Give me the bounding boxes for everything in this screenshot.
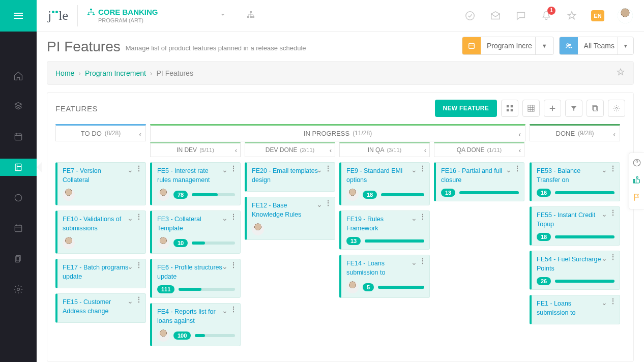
expand-icon[interactable]: ⌄: [316, 200, 323, 208]
team-select[interactable]: All Teams ▾: [559, 37, 634, 55]
card-title[interactable]: FE5 - Interest rate rules management: [157, 167, 223, 185]
settings-button[interactable]: [608, 100, 625, 117]
copy-button[interactable]: [587, 100, 604, 117]
card-menu-icon[interactable]: ⋮: [325, 200, 332, 208]
expand-icon[interactable]: ⌄: [411, 166, 417, 174]
card-title[interactable]: FE14 - Loans submission to: [346, 259, 413, 277]
expand-icon[interactable]: ⌄: [601, 210, 607, 218]
card-title[interactable]: FE7 - Version Collateral: [63, 167, 129, 185]
nav-calendar[interactable]: [0, 128, 37, 145]
inbox-icon[interactable]: [489, 10, 502, 22]
card-menu-icon[interactable]: ⋮: [419, 258, 426, 266]
increment-select[interactable]: Program Incre ▼: [462, 37, 554, 55]
expand-icon[interactable]: ⌄: [222, 166, 228, 174]
card-title[interactable]: FE53 - Balance Transfer on: [537, 167, 603, 185]
expand-icon[interactable]: ⌄: [601, 166, 607, 174]
card-title[interactable]: FE55 - Instant Credit Topup: [537, 211, 603, 229]
collapse-icon[interactable]: ‹: [613, 130, 616, 138]
collapse-icon[interactable]: ‹: [330, 146, 332, 154]
card-title[interactable]: FE16 - Partial and full closure: [441, 167, 507, 185]
card-title[interactable]: FE19 - Rules Framework: [346, 215, 413, 233]
program-dropdown-icon[interactable]: [219, 11, 226, 20]
expand-icon[interactable]: ⌄: [316, 166, 323, 174]
card-title[interactable]: FE3 - Collateral Template: [157, 215, 223, 233]
help-icon[interactable]: [632, 158, 641, 169]
expand-icon[interactable]: ⌄: [601, 254, 607, 262]
nav-progress[interactable]: [0, 189, 37, 206]
card-menu-icon[interactable]: ⋮: [135, 166, 142, 174]
feature-card[interactable]: ⌄⋮FE9 - Standard EMI options18: [339, 162, 430, 205]
add-button[interactable]: [544, 100, 561, 117]
card-title[interactable]: FE20 - Email templates design: [252, 167, 318, 185]
new-feature-button[interactable]: NEW FEATURE: [435, 100, 497, 117]
feature-card[interactable]: ⌄⋮FE17 - Batch programs update: [55, 259, 146, 288]
card-title[interactable]: FE6 - Profile structures update: [157, 263, 223, 281]
feature-card[interactable]: ⌄⋮FE6 - Profile structures update111: [150, 259, 241, 298]
card-title[interactable]: FE17 - Batch programs update: [63, 263, 129, 281]
expand-icon[interactable]: ⌄: [222, 262, 228, 270]
expand-icon[interactable]: ⌄: [222, 307, 228, 315]
expand-icon[interactable]: ⌄: [506, 166, 512, 174]
expand-icon[interactable]: ⌄: [411, 214, 417, 222]
program-selector[interactable]: CORE BANKING PROGRAM (ART): [77, 5, 158, 26]
user-avatar[interactable]: [618, 8, 633, 23]
collapse-icon[interactable]: ‹: [518, 130, 521, 138]
card-menu-icon[interactable]: ⋮: [419, 214, 426, 222]
feature-card[interactable]: ⌄⋮FE20 - Email templates design: [245, 162, 335, 192]
feature-card[interactable]: ⌄⋮FE10 - Validations of submissions: [55, 210, 146, 254]
expand-icon[interactable]: ⌄: [411, 258, 417, 266]
card-menu-icon[interactable]: ⋮: [135, 214, 142, 222]
nav-home[interactable]: [0, 67, 37, 84]
card-title[interactable]: FE12 - Base Knowledge Rules: [252, 201, 318, 219]
crumb-program-increment[interactable]: Program Increment: [85, 69, 146, 77]
nav-settings[interactable]: [0, 281, 37, 298]
logo[interactable]: jle: [48, 8, 68, 23]
language-switch[interactable]: EN: [591, 10, 604, 21]
collapse-icon[interactable]: ‹: [235, 146, 237, 154]
card-menu-icon[interactable]: ⋮: [325, 166, 332, 174]
expand-icon[interactable]: ⌄: [127, 166, 133, 174]
card-menu-icon[interactable]: ⋮: [230, 307, 237, 315]
card-menu-icon[interactable]: ⋮: [609, 298, 617, 307]
card-menu-icon[interactable]: ⋮: [419, 166, 426, 174]
card-title[interactable]: FE10 - Validations of submissions: [63, 215, 129, 233]
filter-button[interactable]: [565, 100, 582, 117]
nav-pi-features[interactable]: [0, 159, 37, 176]
card-menu-icon[interactable]: ⋮: [609, 210, 617, 218]
notifications-icon[interactable]: 1: [540, 10, 552, 22]
table-view-button[interactable]: [522, 100, 540, 117]
card-title[interactable]: FE4 - Reports list for loans against: [157, 308, 223, 325]
feature-card[interactable]: ⌄⋮FE4 - Reports list for loans against10…: [150, 303, 241, 346]
nav-backlog[interactable]: [0, 98, 37, 115]
feature-card[interactable]: ⌄⋮FE14 - Loans submission to5: [339, 255, 430, 298]
collapse-icon[interactable]: ‹: [424, 146, 426, 154]
org-chart-icon[interactable]: [247, 11, 255, 21]
feature-card[interactable]: ⌄⋮FE1 - Loans submission to: [530, 295, 620, 324]
collapse-icon[interactable]: ‹: [139, 130, 141, 138]
card-menu-icon[interactable]: ⋮: [230, 214, 237, 222]
approve-icon[interactable]: [464, 10, 476, 22]
like-icon[interactable]: [632, 175, 641, 187]
crumb-home[interactable]: Home: [55, 69, 74, 77]
card-menu-icon[interactable]: ⋮: [230, 262, 237, 270]
card-title[interactable]: FE9 - Standard EMI options: [346, 167, 413, 185]
feature-card[interactable]: ⌄⋮FE12 - Base Knowledge Rules: [245, 197, 335, 240]
expand-icon[interactable]: ⌄: [601, 298, 607, 307]
feature-card[interactable]: ⌄⋮FE53 - Balance Transfer on16: [530, 162, 620, 201]
nav-files[interactable]: [0, 250, 37, 267]
feature-card[interactable]: ⌄⋮FE19 - Rules Framework13: [339, 210, 430, 250]
expand-icon[interactable]: ⌄: [127, 214, 133, 222]
card-title[interactable]: FE1 - Loans submission to: [537, 299, 603, 317]
card-title[interactable]: FE15 - Customer Address change: [63, 298, 129, 316]
favorite-icon[interactable]: [566, 10, 578, 22]
feature-card[interactable]: ⌄⋮FE5 - Interest rate rules management78: [150, 162, 241, 205]
grid-view-button[interactable]: [501, 100, 518, 117]
feature-card[interactable]: ⌄⋮FE54 - Fuel Surcharge Points26: [530, 251, 620, 290]
card-menu-icon[interactable]: ⋮: [135, 297, 142, 305]
collapse-icon[interactable]: ‹: [519, 146, 521, 154]
feature-card[interactable]: ⌄⋮FE16 - Partial and full closure13: [434, 162, 524, 201]
feature-card[interactable]: ⌄⋮FE15 - Customer Address change: [55, 293, 146, 323]
card-title[interactable]: FE54 - Fuel Surcharge Points: [537, 255, 603, 273]
feature-card[interactable]: ⌄⋮FE7 - Version Collateral: [55, 162, 146, 205]
expand-icon[interactable]: ⌄: [127, 297, 133, 305]
